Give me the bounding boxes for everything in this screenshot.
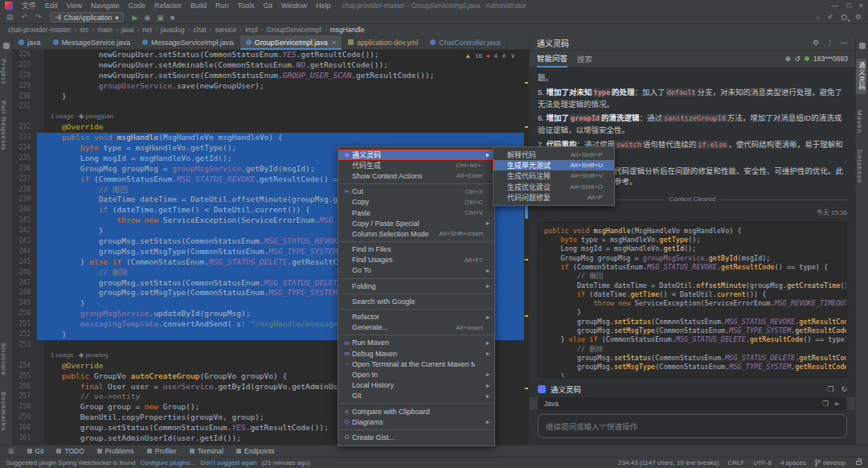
new-chat-icon[interactable]: ⊕ [785, 55, 791, 63]
context-menu-item[interactable]: 代码生成Ctrl+Alt+- [338, 160, 494, 170]
history-icon[interactable]: ↺ [795, 55, 800, 63]
menubar-item[interactable]: Navigate [87, 0, 124, 11]
status-segment[interactable]: 4 spaces [780, 459, 806, 466]
close-button[interactable]: × [859, 2, 863, 10]
chat-input[interactable] [538, 414, 847, 438]
tool-window-button[interactable]: Profiler [147, 447, 177, 455]
lock-icon[interactable] [856, 461, 862, 465]
minimize-button[interactable]: — [831, 2, 838, 10]
menubar-item[interactable]: Help [312, 0, 335, 11]
context-menu-item[interactable]: Open In▸ [338, 369, 494, 380]
close-tab-icon[interactable]: × [332, 39, 336, 47]
git-update-icon[interactable]: ↓ [816, 14, 820, 21]
menubar-item[interactable]: View [63, 0, 86, 11]
context-menu-item[interactable]: mRun Maven▸ [338, 338, 494, 348]
context-menu-item[interactable]: Refactor▸ [338, 311, 494, 322]
status-segment[interactable]: CRLF [727, 459, 744, 466]
tool-window-button[interactable]: Endpoints [236, 447, 275, 455]
breadcrumb-item[interactable]: GroupServiceImpl [267, 26, 321, 34]
context-menu-item[interactable]: GCreate Gist... [338, 432, 494, 442]
context-menu-item[interactable]: 生成优化建议Alt+Shift+O [493, 182, 614, 192]
editor-tab[interactable]: ChatController.java [424, 35, 507, 49]
tab-search[interactable]: 搜索 [577, 51, 592, 67]
copy-code-icon[interactable]: ❐ [822, 400, 829, 408]
tool-window-button[interactable]: 通义灵码 [856, 59, 866, 94]
menubar-item[interactable]: Build [186, 0, 211, 11]
tool-window-switcher-icon[interactable]: ⊞ [8, 448, 14, 455]
tool-window-button[interactable]: Database [856, 150, 863, 183]
context-menu-item[interactable]: Copy / Paste Special▸ [338, 218, 494, 228]
hide-panel-icon[interactable]: — [841, 39, 848, 47]
context-menu-item[interactable]: Folding▸ [338, 281, 494, 291]
context-menu-item[interactable]: ✂CutCtrl+X [338, 187, 494, 197]
redo-icon[interactable]: ↷ [35, 14, 42, 21]
tool-window-button[interactable]: Maven [856, 110, 863, 133]
code-line[interactable]: 226 newGroupUser.setStatus(CommonStatusE… [13, 50, 529, 60]
breadcrumb-item[interactable]: main [97, 26, 112, 34]
menubar-item[interactable]: Run [211, 0, 233, 11]
status-segment[interactable]: UTF-8 [753, 459, 772, 466]
tool-window-button[interactable]: Project [0, 59, 7, 84]
context-menu-item[interactable]: ◇Diagrams▸ [338, 417, 494, 427]
menubar-item[interactable]: Tools [233, 0, 258, 11]
code-line[interactable]: 228 newGroupUser.setSource(CommonStatusE… [13, 71, 529, 81]
context-menu-item[interactable]: mDebug Maven▸ [338, 348, 494, 359]
context-menu-item[interactable]: 解释代码Alt+Shift+P [493, 150, 614, 160]
notifications-icon[interactable] [859, 43, 866, 49]
run-button[interactable]: ▶ [132, 14, 137, 22]
editor-tab[interactable]: GroupServiceImpl.java× [240, 35, 342, 49]
context-menu-item[interactable]: ›Open Terminal at the Current Maven Modu… [338, 359, 494, 369]
context-menu-item[interactable]: Generate...Alt+Insert [338, 322, 494, 333]
context-menu-item[interactable]: Find UsagesAlt+F7 [338, 255, 494, 265]
project-icon[interactable] [3, 43, 10, 49]
tool-window-button[interactable]: Git [27, 447, 44, 455]
tab-chat[interactable]: 智能问答 [537, 50, 567, 68]
run-configuration-select[interactable]: ChatApplication ▾ [50, 12, 125, 23]
breadcrumb-item[interactable]: src [80, 26, 88, 34]
tool-window-button[interactable]: Terminal [190, 447, 223, 455]
code-line[interactable]: 233 public void msgHandle(MsgHandleVo ms… [13, 133, 529, 143]
context-menu-item[interactable]: ◆通义灵码▸ [338, 150, 494, 160]
breadcrumb-item[interactable]: net [142, 26, 152, 34]
context-menu-item[interactable]: Search with Google [338, 296, 494, 306]
menubar-item[interactable]: 文件 [18, 0, 40, 11]
tool-window-button[interactable]: Pull Requests [0, 101, 7, 150]
editor-tab[interactable]: MessageService.java [47, 35, 137, 49]
context-menu-item[interactable]: Go To▸ [338, 265, 494, 276]
dont-suggest-link[interactable]: Don't suggest again [200, 459, 256, 466]
stop-button[interactable]: ■ [170, 14, 174, 22]
tool-window-button[interactable]: TODO [56, 447, 84, 455]
tool-window-button[interactable]: Bookmarks [0, 392, 7, 431]
next-problem-icon[interactable]: ∨ [510, 51, 515, 62]
copy-icon[interactable]: ❐ [827, 385, 833, 393]
account-area[interactable]: ⊕ ↺ 183***0693 [785, 55, 848, 63]
breadcrumb-item[interactable]: java [121, 26, 134, 34]
context-menu-item[interactable]: 生成单元测试Alt+Shift+U [493, 160, 614, 170]
status-segment[interactable]: 234:43 (1147 chars, 19 line breaks) [618, 459, 719, 466]
context-menu-item[interactable]: ±Compare with Clipboard [338, 406, 494, 417]
code-line[interactable]: 227 newGroupUser.setAdminable(CommonStat… [13, 60, 529, 71]
git-branch-widget[interactable]: develop [815, 459, 845, 466]
code-line[interactable]: 231 [13, 101, 529, 112]
context-menu-item[interactable]: Git▸ [338, 391, 494, 401]
undo-icon[interactable]: ↶ [22, 14, 28, 21]
editor-tab[interactable]: application-dev.yml [342, 35, 424, 49]
git-commit-icon[interactable]: ✔ [827, 14, 833, 21]
chat-code-block[interactable]: public void msgHandle(MsgHandleVo msgHan… [538, 222, 847, 378]
context-menu-item[interactable]: Column Selection ModeAlt+Shift+Insert [338, 228, 494, 239]
gear-icon[interactable]: ⚙ [855, 14, 862, 21]
context-menu-item[interactable]: PasteCtrl+V [338, 207, 494, 218]
regenerate-icon[interactable]: ↻ [841, 385, 847, 393]
more-icon[interactable]: ⋮ [826, 39, 833, 47]
breadcrumb-item[interactable]: impl [245, 26, 258, 34]
context-menu-item[interactable]: Show Context ActionsAlt+Enter [338, 170, 494, 181]
breadcrumb-item[interactable]: service [215, 26, 236, 34]
context-menu-item[interactable]: 生成代码注释Alt+Shift+V [493, 170, 614, 181]
insert-code-icon[interactable]: ⇤ [835, 400, 841, 408]
prev-problem-icon[interactable]: ∧ [502, 51, 506, 62]
tool-window-button[interactable]: Problems [97, 447, 134, 455]
code-line[interactable]: 232 @Override [13, 122, 529, 133]
breadcrumb-item[interactable]: javadog [161, 26, 185, 34]
menubar-item[interactable]: Refactor [150, 0, 186, 11]
configure-plugins-link[interactable]: Configure plugins... [140, 459, 195, 466]
